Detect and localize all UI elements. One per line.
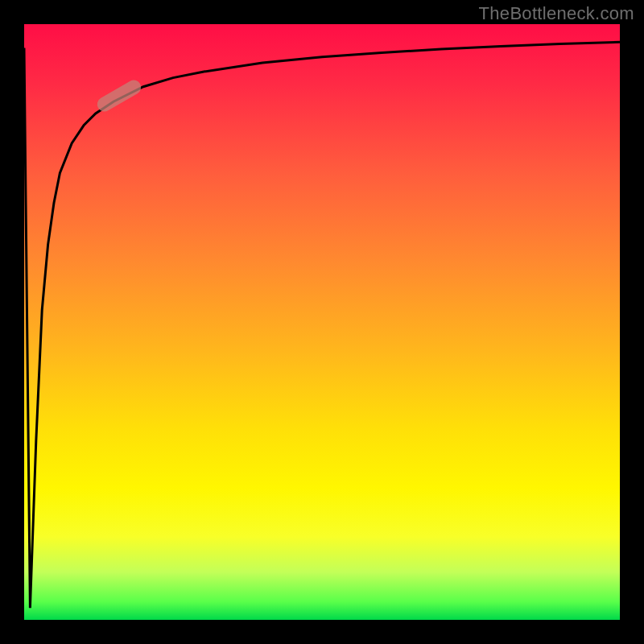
curve-line (24, 42, 620, 608)
chart-frame: TheBottleneck.com (0, 0, 644, 644)
bottleneck-curve (24, 24, 620, 620)
watermark-text: TheBottleneck.com (479, 3, 634, 24)
